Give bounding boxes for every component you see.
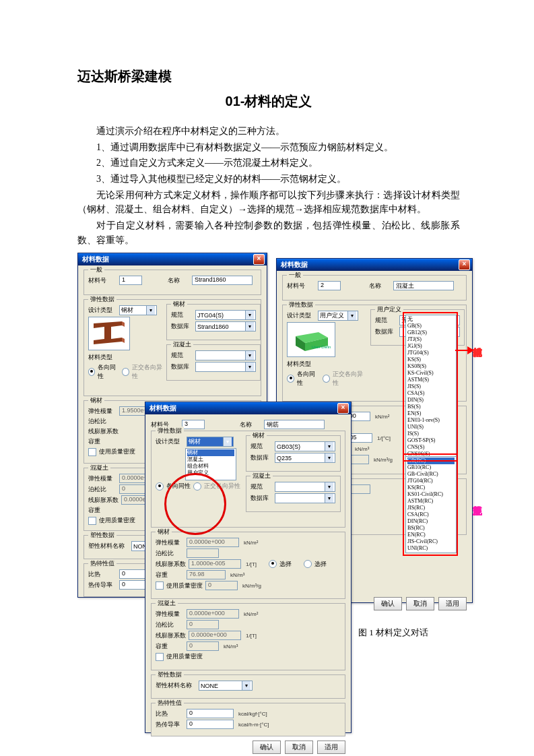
design-type-dropdown[interactable]: 钢材混凝土组合材料用户定义 [185,448,236,480]
list-item[interactable]: ASTM(S) [407,377,455,383]
list-item[interactable]: GB(RC) [407,458,455,464]
chk-mass[interactable] [156,581,164,590]
select-design-type[interactable]: 钢材 [187,437,234,447]
list-item[interactable]: EN(S) [407,410,455,417]
list-item[interactable]: IS(RC) [407,552,455,553]
list-item[interactable]: EN03-1-rev(S) [407,417,455,424]
list-item[interactable]: KS01-Civil(RC) [407,491,455,498]
select-std2[interactable] [195,350,256,360]
list-item[interactable]: 钢材 [187,449,234,456]
apply-button[interactable]: 适用 [317,741,345,754]
input-name[interactable]: 混凝土 [393,281,454,290]
radio-orthotropic[interactable] [122,368,129,376]
list-item[interactable]: GB(S) [407,323,455,329]
select-db2[interactable] [275,493,335,503]
unit-E: kN/m² [244,540,258,546]
radio-isotropic[interactable] [88,368,95,376]
select-db[interactable]: Strand1860 [195,321,256,332]
radio-orthotropic[interactable] [323,375,330,383]
cancel-button[interactable]: 取消 [406,597,434,610]
chk-mass2[interactable] [156,653,164,661]
list-item[interactable]: JTG04(S) [407,350,455,356]
list-item[interactable]: ASTM(RC) [407,498,455,505]
list-item[interactable]: JGJ(S) [407,343,455,350]
radio-orthotropic[interactable] [193,482,201,491]
list-item[interactable]: 混凝土 [187,456,234,463]
input-heat[interactable]: 0 [187,709,234,718]
select-db2[interactable] [195,362,256,372]
list-item[interactable]: KS(RC) [407,484,455,491]
lbl-std2: 规范 [171,351,193,360]
list-item[interactable]: CNS(S) [407,444,455,451]
group-thermal: 热特性值 [88,559,116,568]
list-item[interactable]: 用户定义 [187,470,234,476]
apply-button[interactable]: 适用 [438,597,467,610]
list-item[interactable]: BS(S) [407,404,455,410]
list-item[interactable]: DIN(RC) [407,518,455,525]
list-item[interactable]: 无 [407,316,455,323]
cancel-button[interactable]: 取消 [285,741,313,754]
input-nuc: 0 [187,620,219,629]
dropdown-std-list-steel[interactable]: 无GB(S)GB12(S)JTJ(S)JGJ(S)JTG04(S)KS(S)KS… [405,315,457,459]
list-item[interactable]: GB10(RC) [407,464,455,471]
select-design-type[interactable]: 用户定义 [318,311,358,321]
list-item[interactable]: UNI(S) [407,424,455,431]
input-nu [187,548,219,558]
radio-isotropic[interactable] [287,375,294,383]
lbl-db: 数据库 [375,327,397,336]
para-4: 3、通过导入其他模型已经定义好的材料——示范钢材定义。 [77,172,460,187]
list-item[interactable]: JTJ(S) [407,336,455,343]
unit-w2: kN/m³ [224,643,238,650]
radio-mode-b[interactable] [304,560,312,568]
select-std[interactable]: GB03(S) [275,441,335,451]
radio-isotropic[interactable] [156,482,164,491]
close-icon[interactable]: × [459,259,470,270]
ok-button[interactable]: 确认 [374,597,402,610]
select-std[interactable]: JTG04(S) [195,310,256,320]
list-item[interactable]: 组合材料 [187,463,234,470]
lbl-plastic: 塑性材料名称 [156,681,196,690]
list-item[interactable]: CSA(S) [407,390,455,397]
chk-mass2[interactable] [88,517,96,525]
input-cond[interactable]: 0 [187,720,234,729]
list-item[interactable]: JIS-Civil(RC) [407,538,455,545]
list-item[interactable]: EN(RC) [407,532,455,538]
list-item[interactable]: UNI(RC) [407,545,455,552]
lbl-db: 数据库 [171,322,193,331]
list-item[interactable]: JIS(S) [407,383,455,390]
select-std2[interactable] [275,482,335,492]
chk-mass[interactable] [88,448,96,456]
list-item[interactable]: KS08(S) [407,363,455,370]
dropdown-std-list-concrete[interactable]: GB(RC)GB10(RC)GB-Civil(RC)JTG04(RC)KS(RC… [405,456,457,553]
close-icon[interactable]: × [253,254,265,265]
input-w: 76.98 [187,570,226,579]
list-item[interactable]: JTG04(RC) [407,478,455,484]
input-wc: 0 [187,641,219,651]
input-material-id[interactable]: 3 [182,420,205,429]
list-item[interactable]: GOST-SP(S) [407,437,455,444]
input-material-id[interactable]: 1 [119,276,142,285]
input-mass: 0 [205,581,238,590]
input-material-id[interactable]: 2 [318,281,341,290]
select-plastic[interactable]: NONE [199,681,253,691]
ok-button[interactable]: 确认 [253,741,281,754]
select-design-type[interactable]: 钢材 [119,305,157,315]
list-item[interactable]: BS(RC) [407,525,455,532]
select-db[interactable]: Q235 [275,453,335,463]
preview-ibeam [88,317,130,350]
group-steel: 钢材 [171,300,187,309]
radio-mode-a[interactable] [269,560,277,568]
list-item[interactable]: DIN(S) [407,397,455,404]
list-item[interactable]: GB12(S) [407,329,455,336]
list-item[interactable]: GB-Civil(RC) [407,471,455,478]
input-name[interactable]: 钢筋 [264,420,325,429]
list-item[interactable]: KS-Civil(S) [407,370,455,377]
list-item[interactable]: IS(S) [407,431,455,437]
lbl-mode: 选择 [279,560,301,569]
list-item[interactable]: JIS(RC) [407,505,455,511]
list-item[interactable]: KS(S) [407,356,455,363]
close-icon[interactable]: × [337,403,349,414]
list-item[interactable]: CSA(RC) [407,511,455,518]
lbl-db2: 数据库 [171,363,193,371]
input-name[interactable]: Strand1860 [192,276,253,285]
